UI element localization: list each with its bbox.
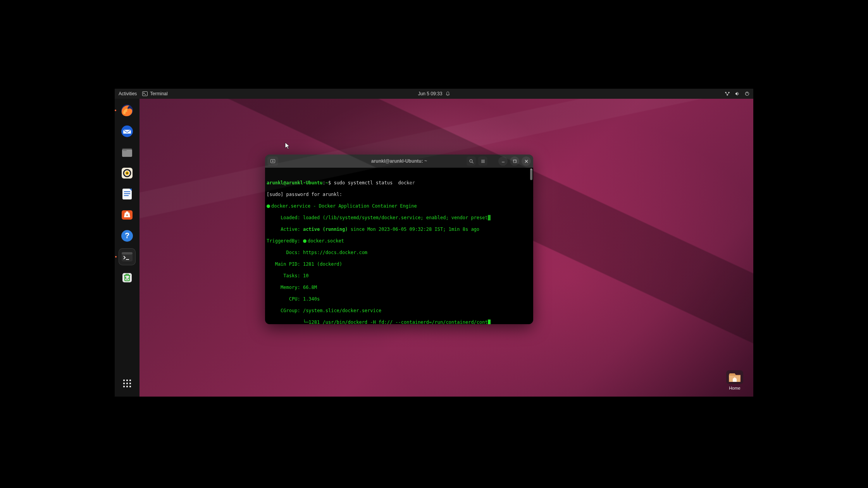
- service-title: docker.service - Docker Application Cont…: [271, 203, 417, 209]
- dock-files[interactable]: [119, 144, 136, 161]
- files-icon: [120, 145, 134, 159]
- terminal-title: arunkl@arunkl-Ubuntu: ~: [371, 158, 427, 164]
- svg-line-47: [472, 162, 473, 163]
- svg-rect-14: [123, 150, 127, 151]
- dock-firefox[interactable]: [119, 102, 136, 119]
- mouse-cursor-icon: [285, 142, 290, 150]
- svg-text:A: A: [126, 213, 128, 217]
- svg-rect-40: [123, 386, 125, 387]
- network-icon: [725, 91, 730, 96]
- window-minimize-button[interactable]: [498, 156, 508, 166]
- cgroup-child: └─1281 /usr/bin/dockerd -H fd:// --conta…: [267, 320, 488, 324]
- triggeredby-value: docker.socket: [308, 238, 344, 244]
- maximize-icon: [513, 159, 517, 163]
- status-dot-icon: [267, 204, 270, 208]
- svg-rect-0: [143, 92, 148, 96]
- app-grid-icon: [122, 379, 132, 388]
- loaded-line: Loaded: loaded (/lib/systemd/system/dock…: [281, 215, 488, 220]
- svg-point-18: [126, 172, 128, 174]
- dock-thunderbird[interactable]: [119, 123, 136, 140]
- svg-line-6: [726, 93, 727, 95]
- terminal-new-tab-button[interactable]: [267, 156, 278, 166]
- trash-icon: [120, 271, 134, 285]
- desktop-home-folder[interactable]: Home: [722, 370, 747, 390]
- active-since: since Mon 2023-06-05 09:32:28 IST; 1min …: [348, 227, 480, 232]
- desktop-home-label: Home: [729, 386, 740, 390]
- rhythmbox-icon: [120, 166, 134, 180]
- wallpaper: Home arunkl@arunkl-Ubuntu: ~: [140, 99, 753, 397]
- svg-text:?: ?: [125, 231, 129, 240]
- system-status-area[interactable]: [725, 91, 749, 96]
- window-maximize-button[interactable]: [510, 156, 519, 166]
- show-applications-button[interactable]: [119, 375, 136, 392]
- terminal-menu-button[interactable]: [478, 156, 487, 166]
- status-dot-icon: [303, 239, 307, 243]
- terminal-search-button[interactable]: [467, 156, 476, 166]
- dock-ubuntu-software[interactable]: A: [119, 206, 136, 223]
- libreoffice-writer-icon: [120, 187, 134, 201]
- svg-rect-34: [123, 380, 125, 381]
- topbar-clock[interactable]: Jun 5 09:33: [418, 91, 450, 96]
- hamburger-icon: [480, 159, 486, 164]
- volume-icon: [735, 91, 740, 96]
- svg-line-7: [727, 93, 729, 95]
- svg-rect-42: [129, 386, 131, 387]
- active-state: active (running): [303, 227, 348, 232]
- dock-libreoffice-writer[interactable]: [119, 186, 136, 203]
- close-icon: [524, 159, 529, 163]
- svg-rect-38: [126, 383, 128, 384]
- prompt-user-host: arunkl@arunkl-Ubuntu: [267, 180, 323, 186]
- cpu-line: CPU: 1.340s: [267, 296, 532, 302]
- triggeredby-label: TriggeredBy:: [267, 238, 303, 244]
- topbar-app-name: Terminal: [150, 91, 167, 96]
- terminal-icon: [142, 91, 148, 96]
- dock-rhythmbox[interactable]: [119, 165, 136, 182]
- sudo-prompt: [sudo] password for arunkl:: [267, 192, 532, 198]
- help-icon: ?: [120, 229, 134, 243]
- svg-point-46: [470, 160, 472, 162]
- tasks-line: Tasks: 10: [267, 273, 532, 279]
- topbar-current-app[interactable]: Terminal: [142, 91, 167, 96]
- terminal-scrollbar[interactable]: [530, 168, 532, 180]
- terminal-window[interactable]: arunkl@arunkl-Ubuntu: ~: [265, 155, 533, 324]
- svg-rect-43: [271, 160, 275, 163]
- svg-rect-39: [129, 383, 131, 384]
- svg-line-53: [525, 160, 528, 163]
- docs-line: Docs: https://docs.docker.com: [267, 250, 532, 256]
- new-tab-icon: [270, 158, 276, 164]
- activities-button[interactable]: Activities: [119, 91, 137, 96]
- cgroup-line: CGroup: /system.slice/docker.service: [267, 308, 532, 314]
- dock-trash[interactable]: [119, 269, 136, 286]
- window-close-button[interactable]: [522, 156, 531, 166]
- terminal-body[interactable]: arunkl@arunkl-Ubuntu:~$ sudo systemctl s…: [265, 168, 533, 324]
- firefox-icon: [120, 103, 134, 117]
- svg-rect-52: [513, 160, 516, 163]
- notification-icon: [445, 91, 450, 96]
- thunderbird-icon: [120, 124, 134, 138]
- svg-rect-29: [122, 252, 133, 254]
- dock-help[interactable]: ?: [119, 227, 136, 244]
- active-label: Active:: [281, 227, 303, 232]
- home-folder-icon: [728, 372, 741, 383]
- minimize-icon: [501, 159, 505, 163]
- clock-text: Jun 5 09:33: [418, 91, 443, 96]
- topbar: Activities Terminal Jun 5 09:33: [115, 89, 753, 99]
- mainpid-line: Main PID: 1281 (dockerd): [267, 261, 532, 267]
- typed-command: sudo systemctl status docker: [334, 180, 415, 186]
- dock-terminal[interactable]: [119, 248, 136, 265]
- gnome-desktop: Activities Terminal Jun 5 09:33: [115, 89, 753, 397]
- svg-rect-37: [123, 383, 125, 384]
- ubuntu-software-icon: A: [120, 208, 134, 222]
- memory-line: Memory: 66.8M: [267, 285, 532, 290]
- svg-line-54: [525, 160, 528, 163]
- svg-rect-41: [126, 386, 128, 387]
- dock: A ?: [115, 99, 140, 397]
- svg-point-2: [447, 95, 448, 96]
- terminal-titlebar[interactable]: arunkl@arunkl-Ubuntu: ~: [265, 155, 533, 168]
- svg-rect-36: [129, 380, 131, 381]
- search-icon: [469, 159, 474, 164]
- power-icon: [745, 91, 749, 96]
- terminal-app-icon: [120, 250, 134, 264]
- svg-rect-35: [126, 380, 128, 381]
- svg-rect-24: [126, 211, 128, 213]
